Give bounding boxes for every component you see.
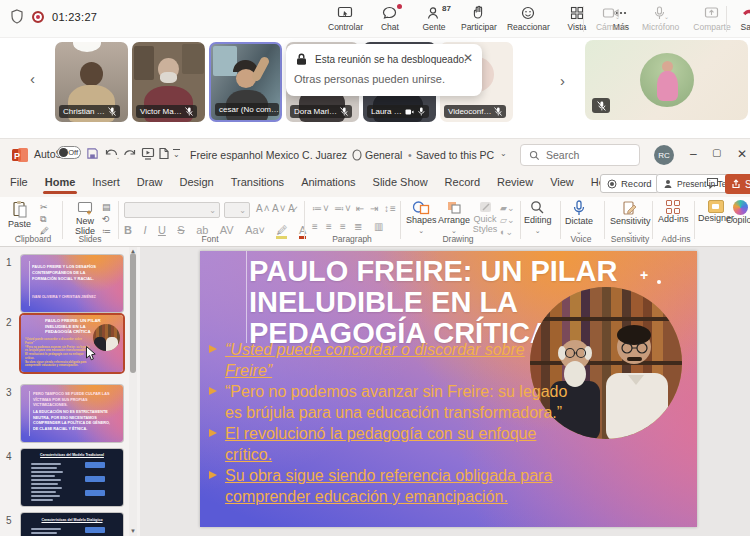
shrink-font-button[interactable]: A˅ [272,203,287,214]
tab-view[interactable]: View [550,176,574,188]
control-button[interactable]: Controlar [326,3,365,33]
section-button[interactable]: ≔ [102,227,111,236]
tab-draw[interactable]: Draw [137,176,163,188]
video-tile-victor[interactable]: Victor Ma… [132,42,205,122]
share-arrow-icon [731,179,741,189]
dictate-button[interactable]: Dictate ⌄ [565,200,593,236]
align-center-button[interactable]: ≡ [326,221,333,232]
record-button[interactable]: Record [600,174,659,193]
tab-animations[interactable]: Animations [301,176,355,188]
view-button[interactable]: Vista [558,3,596,33]
thumb5-button [85,527,105,533]
tab-file[interactable]: File [10,176,28,188]
slide-thumbnail-1[interactable]: PAULO FREIRE Y LOS DESAFÍOS CONTEMPORÁNE… [21,255,123,312]
share-button[interactable]: Share [725,174,750,194]
save-button[interactable] [86,147,99,160]
slide-thumbnail-2-selected[interactable]: PAULO FREIRE: UN PILAR INELUDIBLE EN LA … [21,315,123,372]
undo-button[interactable]: ⌄ [104,147,119,160]
current-slide[interactable]: PAULO FREIRE: UN PILAR INELUDIBLE EN LA … [200,251,697,527]
shape-outline-button: ▱⌄ [500,216,514,225]
close-button[interactable]: ✕ [737,147,747,161]
font-color-button[interactable]: A [299,224,306,239]
numbering-button[interactable]: ≕˅ [334,203,352,214]
minimize-button[interactable]: – [690,147,697,161]
customize-quick-access-icon[interactable]: ⌄ [173,149,180,159]
tab-slide-show[interactable]: Slide Show [373,176,428,188]
account-avatar[interactable]: RC [654,145,674,165]
tab-record[interactable]: Record [445,176,480,188]
slide-canvas: PAULO FREIRE: UN PILAR INELUDIBLE EN LA … [140,247,750,536]
font-name-select[interactable]: ⌄ [124,202,220,218]
leave-meeting-button[interactable]: Salir [730,3,750,33]
scroll-left-chevron-icon[interactable]: ‹ [30,70,35,87]
grow-font-button[interactable]: A˄ [256,203,271,214]
align-left-button[interactable]: ≡ [312,221,319,232]
comments-icon[interactable] [706,177,719,190]
add-ins-button[interactable]: Add-ins [658,200,689,225]
video-tile-christian[interactable]: Christian … [55,42,128,122]
restore-button[interactable]: ▢ [712,147,721,158]
slide-thumbnail-5[interactable]: Características del Modelo Dialógico [21,513,123,536]
slide-bullet: “Usted puede concordar o discordar sobre… [208,339,572,381]
control-screen-icon [337,4,353,20]
reset-button[interactable]: ⟲ [102,215,111,224]
close-icon[interactable]: ✕ [463,51,473,65]
change-case-button[interactable]: Aa˅ [245,224,265,236]
italic-button[interactable]: I [143,224,146,236]
character-spacing-button[interactable]: AV [220,224,234,236]
saved-location-label[interactable]: Saved to this PC [416,149,494,161]
new-slide-button[interactable]: New Slide [68,200,102,237]
sensitivity-button[interactable]: Sensitivity ⌄ [610,200,651,236]
redo-button[interactable] [124,147,137,160]
slide-number: 1 [6,257,12,268]
arrange-icon [446,200,462,215]
clear-formatting-button[interactable]: A̷ [288,203,296,214]
sensitivity-label[interactable]: General [365,149,402,161]
chat-button[interactable]: Chat [371,3,409,33]
new-document-button[interactable] [158,147,170,160]
react-button[interactable]: Reaccionar [505,3,552,33]
grid-view-icon [570,4,584,20]
tab-review[interactable]: Review [497,176,533,188]
scroll-down-arrow-icon[interactable]: ▼ [130,528,136,534]
decrease-indent-button[interactable]: ⇤ [356,203,365,214]
find-icon [530,200,545,215]
cut-button[interactable]: ✂ [40,203,49,212]
video-tile-spotlight[interactable] [585,40,748,120]
video-tile-cesar-active-speaker[interactable]: cesar (No com… [209,42,282,122]
svg-text:⌄: ⌄ [615,14,620,20]
editing-button[interactable]: Editing ⌄ [524,200,552,235]
shapes-button[interactable]: Shapes ⌄ [406,200,437,235]
copilot-button[interactable]: Copilot [726,200,750,226]
underline-button[interactable]: U [158,224,166,236]
tab-insert[interactable]: Insert [92,176,120,188]
increase-indent-button[interactable]: ⇥ [370,203,379,214]
slide-thumbnail-3[interactable]: PERO TAMPOCO SE PUEDE CULPAR LAS VÍCTIMA… [21,385,123,442]
tab-home[interactable]: Home [45,176,76,188]
paste-button[interactable]: Paste ⌄ [8,200,31,239]
drawing-group-label: Drawing [442,234,473,244]
layout-button[interactable]: ▤ [102,203,111,212]
bullets-button[interactable]: ≔˅ [312,203,330,214]
scroll-right-chevron-icon[interactable]: › [560,72,565,89]
bold-button[interactable]: B [124,224,132,236]
people-button[interactable]: 87 Gente [415,3,453,33]
columns-button[interactable]: ▥ [374,221,384,232]
raise-hand-button[interactable]: Participar [459,3,499,33]
highlight-color-button[interactable]: 🖉 [276,224,287,239]
search-input[interactable]: Search [520,144,640,166]
tab-design[interactable]: Design [179,176,213,188]
arrange-button[interactable]: Arrange ⌄ [438,200,470,235]
scroll-up-arrow-icon[interactable]: ▲ [130,248,136,254]
strikethrough-button[interactable]: S [177,224,184,236]
autosave-toggle[interactable]: Off [57,146,81,159]
font-size-select[interactable]: ⌄ [224,202,250,218]
panel-scrollbar-thumb[interactable] [130,253,136,373]
copy-button[interactable]: ⧉ [40,215,49,224]
justify-button[interactable]: ≣ [354,221,363,232]
slide-thumbnail-4[interactable]: Características del Modelo Tradicional [21,449,123,506]
tab-transitions[interactable]: Transitions [231,176,284,188]
line-spacing-button[interactable]: ↕≡ [384,203,397,214]
slideshow-from-beginning-button[interactable] [141,147,155,160]
align-right-button[interactable]: ≡ [340,221,347,232]
